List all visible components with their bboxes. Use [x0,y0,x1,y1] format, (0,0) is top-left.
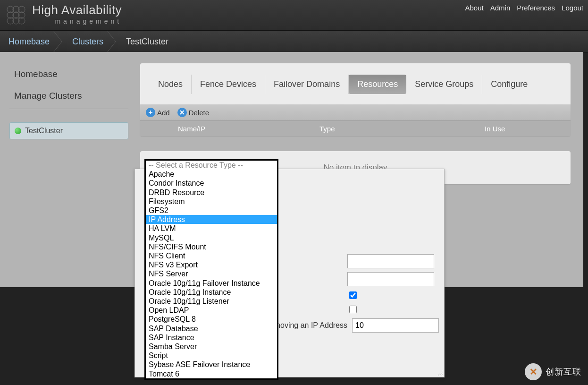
dropdown-option[interactable]: Script [146,351,277,360]
text-input-1[interactable] [347,254,434,268]
dropdown-option[interactable]: IP Address [146,215,277,224]
breadcrumb: Homebase Clusters TestCluster [0,30,588,53]
nav-about[interactable]: About [465,4,484,12]
dropdown-option[interactable]: Apache [146,170,277,179]
dropdown-option[interactable]: DRBD Resource [146,188,277,197]
status-dot-green-icon [15,128,21,134]
logo-hex-icon [5,4,27,26]
dropdown-option[interactable]: Filesystem [146,197,277,206]
dropdown-option[interactable]: Tomcat 6 [146,369,277,378]
tab-bar: Nodes Fence Devices Failover Domains Res… [140,63,571,94]
dropdown-option[interactable]: SAP Database [146,324,277,333]
dropdown-option[interactable]: Oracle 10g/11g Listener [146,297,277,306]
column-in-use: In Use [485,125,571,133]
crumb-homebase[interactable]: Homebase [0,31,58,52]
dropdown-option[interactable]: PostgreSQL 8 [146,315,277,324]
sidebar-divider [9,109,128,109]
dropdown-option[interactable]: GFS2 [146,206,277,215]
app-logo: High Availability management [5,4,122,26]
dropdown-option[interactable]: NFS Client [146,251,277,260]
dropdown-option[interactable]: SAP Instance [146,333,277,342]
dropdown-option[interactable]: Sybase ASE Failover Instance [146,360,277,369]
dropdown-placeholder[interactable]: -- Select a Resource Type -- [146,161,277,170]
checkbox-monitor[interactable] [349,291,357,299]
resource-toolbar: ＋ Add ✕ Delete [140,104,571,120]
svg-line-11 [442,375,443,376]
sidebar-cluster-testcluster[interactable]: TestCluster [9,122,128,139]
watermark-logo: ✕ 创新互联 [525,363,581,380]
dropdown-option[interactable]: Oracle 10g/11g Instance [146,288,277,297]
dropdown-option[interactable]: NFS/CIFS Mount [146,242,277,251]
resource-type-dropdown[interactable]: -- Select a Resource Type --ApacheCondor… [144,159,278,380]
crumb-clusters[interactable]: Clusters [58,31,112,52]
top-nav: About Admin Preferences Logout [465,4,584,12]
tab-failover-domains[interactable]: Failover Domains [265,75,349,94]
text-input-2[interactable] [347,272,434,286]
logo-subtitle: management [32,18,122,25]
main-panel: Nodes Fence Devices Failover Domains Res… [140,63,571,136]
dropdown-option[interactable]: NFS Server [146,269,277,278]
sidebar-item-homebase[interactable]: Homebase [9,63,128,85]
tab-configure[interactable]: Configure [482,75,536,94]
dropdown-option[interactable]: Open LDAP [146,306,277,315]
nav-preferences[interactable]: Preferences [517,4,555,12]
nav-admin[interactable]: Admin [490,4,511,12]
add-button[interactable]: ＋ Add [146,108,170,117]
watermark-text: 创新互联 [546,366,581,377]
tab-fence-devices[interactable]: Fence Devices [192,75,265,94]
resource-table-header: Name/IP Type In Use [140,120,571,136]
resize-handle-icon[interactable] [437,369,443,376]
dropdown-option[interactable]: NFS v3 Export [146,260,277,269]
add-button-label: Add [157,109,170,117]
sidebar-cluster-label: TestCluster [25,127,63,135]
top-bar: High Availability management About Admin… [0,0,588,30]
crumb-current: TestCluster [112,31,177,52]
dropdown-option[interactable]: Samba Server [146,342,277,351]
sleep-input[interactable] [352,318,439,333]
tab-resources[interactable]: Resources [349,75,406,94]
watermark-mark-icon: ✕ [525,363,542,380]
dropdown-option[interactable]: MySQL [146,233,277,242]
delete-button[interactable]: ✕ Delete [177,108,209,117]
plus-icon: ＋ [146,108,155,117]
crumb-homebase-label: Homebase [8,37,50,47]
tab-service-groups[interactable]: Service Groups [406,75,482,94]
sidebar-item-manage-clusters[interactable]: Manage Clusters [9,85,128,107]
crumb-current-label: TestCluster [126,37,168,47]
dropdown-option[interactable]: Oracle 10g/11g Failover Instance [146,279,277,288]
dropdown-option[interactable]: HA LVM [146,224,277,233]
checkbox-disable[interactable] [349,306,357,313]
tab-nodes[interactable]: Nodes [150,75,192,94]
nav-logout[interactable]: Logout [562,4,583,12]
dropdown-option[interactable]: Condor Instance [146,179,277,188]
logo-title: High Availability [32,4,122,16]
crumb-clusters-label: Clusters [72,37,103,47]
sidebar: Homebase Manage Clusters TestCluster [9,63,128,139]
close-icon: ✕ [177,108,187,117]
column-name-ip: Name/IP [140,125,319,133]
delete-button-label: Delete [189,109,209,117]
column-type: Type [319,125,485,133]
